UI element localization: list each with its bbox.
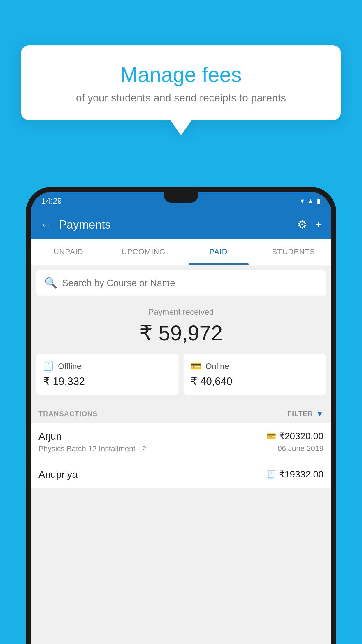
- offline-card: 🧾 Offline ₹ 19,332: [36, 354, 178, 395]
- online-icon: 💳: [191, 361, 201, 371]
- payment-summary: Payment received ₹ 59,972: [31, 296, 331, 354]
- filter-button[interactable]: FILTER ▼: [287, 409, 324, 418]
- app-header: ← Payments ⚙ +: [31, 210, 331, 239]
- back-button[interactable]: ←: [40, 218, 52, 231]
- transaction-amount-row: 🧾 ₹19332.00: [267, 469, 324, 480]
- tab-bar: UNPAID UPCOMING PAID STUDENTS: [31, 239, 331, 265]
- payment-cards: 🧾 Offline ₹ 19,332 💳 Online ₹ 40,640: [31, 354, 331, 403]
- bubble-title: Manage fees: [33, 63, 329, 87]
- transaction-name: Arjun: [38, 430, 146, 442]
- online-payment-icon: 💳: [267, 432, 276, 441]
- payment-received-amount: ₹ 59,972: [31, 321, 331, 345]
- online-card: 💳 Online ₹ 40,640: [184, 354, 326, 395]
- phone-frame: 14:29 ▾ ▲ ▮ ← Payments ⚙ + UNPAID UPCOMI…: [26, 187, 336, 644]
- offline-amount: ₹ 19,332: [43, 375, 171, 388]
- signal-icon: ▲: [307, 197, 314, 205]
- transaction-right: 🧾 ₹19332.00: [267, 469, 324, 480]
- transaction-name: Anupriya: [38, 469, 78, 480]
- page-title: Payments: [59, 218, 297, 231]
- add-button[interactable]: +: [315, 218, 322, 231]
- bubble-subtitle: of your students and send receipts to pa…: [33, 92, 329, 104]
- transactions-label: TRANSACTIONS: [38, 410, 98, 418]
- search-input[interactable]: [62, 278, 318, 288]
- status-bar: 14:29 ▾ ▲ ▮: [31, 192, 331, 210]
- search-container[interactable]: 🔍: [36, 270, 326, 296]
- status-icons: ▾ ▲ ▮: [301, 197, 321, 205]
- wifi-icon: ▾: [301, 197, 304, 205]
- transaction-right: 💳 ₹20320.00 06 June 2019: [267, 430, 324, 453]
- tab-students[interactable]: STUDENTS: [256, 239, 331, 265]
- transaction-amount: ₹20320.00: [279, 430, 324, 442]
- gear-icon[interactable]: ⚙: [297, 218, 307, 231]
- transaction-detail: Physics Batch 12 Installment - 2: [38, 444, 146, 453]
- status-time: 14:29: [41, 196, 62, 206]
- speech-bubble: Manage fees of your students and send re…: [21, 45, 341, 120]
- offline-label: Offline: [58, 362, 81, 371]
- offline-card-header: 🧾 Offline: [43, 361, 171, 371]
- transaction-date: 06 June 2019: [277, 444, 324, 453]
- header-actions: ⚙ +: [297, 218, 322, 231]
- transaction-item[interactable]: Arjun Physics Batch 12 Installment - 2 💳…: [31, 423, 331, 461]
- content-area: 🔍 Payment received ₹ 59,972 🧾 Offline ₹ …: [31, 265, 331, 644]
- transactions-header: TRANSACTIONS FILTER ▼: [31, 403, 331, 423]
- search-icon: 🔍: [44, 277, 57, 289]
- offline-payment-icon: 🧾: [267, 470, 276, 479]
- payment-received-label: Payment received: [31, 307, 331, 317]
- phone-screen: 14:29 ▾ ▲ ▮ ← Payments ⚙ + UNPAID UPCOMI…: [31, 192, 331, 644]
- transaction-amount: ₹19332.00: [279, 469, 324, 480]
- notch: [164, 192, 198, 203]
- offline-icon: 🧾: [43, 361, 54, 371]
- tab-upcoming[interactable]: UPCOMING: [106, 239, 181, 265]
- online-amount: ₹ 40,640: [191, 375, 319, 388]
- online-card-header: 💳 Online: [191, 361, 319, 371]
- filter-label: FILTER: [287, 410, 313, 418]
- filter-icon: ▼: [316, 409, 324, 418]
- transaction-amount-row: 💳 ₹20320.00: [267, 430, 324, 442]
- tab-paid[interactable]: PAID: [181, 239, 256, 265]
- transaction-left: Arjun Physics Batch 12 Installment - 2: [38, 430, 146, 453]
- online-label: Online: [205, 362, 229, 371]
- tab-unpaid[interactable]: UNPAID: [31, 239, 106, 265]
- transaction-item[interactable]: Anupriya 🧾 ₹19332.00: [31, 461, 331, 488]
- transaction-left: Anupriya: [38, 469, 78, 480]
- battery-icon: ▮: [317, 197, 321, 205]
